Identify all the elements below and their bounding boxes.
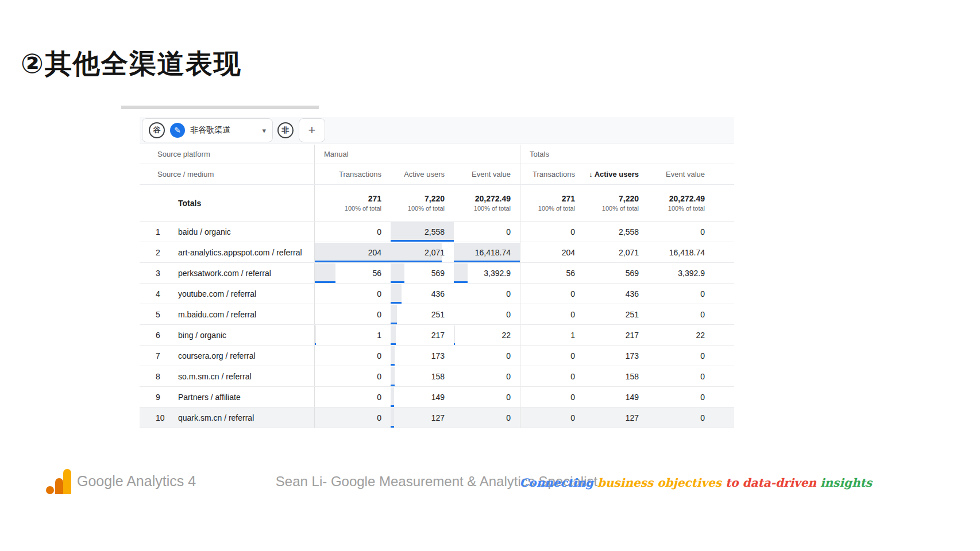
col-manual-event-value[interactable]: Event value	[454, 164, 520, 184]
metric-cell: 0	[648, 408, 714, 428]
metric-cell: 217	[391, 325, 454, 345]
table-row: 10quark.sm.cn / referral0127001270	[140, 408, 734, 428]
source-medium: art-analytics.appspot.com / referral	[173, 242, 314, 262]
source-medium: coursera.org / referral	[173, 346, 314, 366]
metric-value: 0	[506, 351, 511, 360]
totals-cell: 7,220 100% of total	[584, 185, 648, 221]
metric-cell: 16,418.74	[648, 242, 714, 262]
metric-value: 204	[562, 248, 575, 257]
cell-bar	[315, 325, 316, 345]
totals-cell: 271 100% of total	[520, 185, 584, 221]
metric-value: 2,558	[619, 227, 639, 236]
col-manual-active-users[interactable]: Active users	[391, 164, 454, 184]
non-google-channel-tab-icon[interactable]: 非	[277, 122, 294, 138]
metric-cell: 0	[454, 366, 520, 386]
metric-value: 0	[700, 227, 705, 236]
metric-cell: 0	[314, 366, 391, 386]
table-row: 9Partners / affiliate0149001490	[140, 387, 734, 408]
col-totals-event-value[interactable]: Event value	[648, 164, 714, 184]
metric-value: 56	[566, 269, 575, 278]
metric-value: 569	[431, 269, 445, 278]
metric-cell: 1	[314, 325, 391, 345]
row-filler	[714, 304, 734, 324]
metric-value: 0	[700, 372, 705, 381]
col-manual-transactions[interactable]: Transactions	[314, 164, 391, 184]
group-filler	[714, 145, 734, 164]
metric-cell: 2,558	[391, 222, 454, 242]
edit-pencil-icon[interactable]: ✎	[170, 123, 185, 138]
metric-value: 0	[700, 351, 705, 360]
col-totals-active-users-sorted[interactable]: ↓ Active users	[584, 164, 648, 184]
metric-cell: 0	[648, 304, 714, 324]
metric-cell: 204	[520, 242, 584, 262]
metric-value: 2,558	[425, 227, 445, 236]
google-analytics-logo-icon	[46, 468, 72, 495]
metric-value: 251	[431, 310, 445, 319]
source-medium: quark.sm.cn / referral	[173, 408, 314, 428]
metric-value: 0	[506, 310, 511, 319]
row-number: 6	[140, 325, 173, 345]
metric-value: 22	[501, 331, 511, 340]
metric-value: 0	[700, 393, 705, 402]
metric-value: 0	[506, 372, 511, 381]
metric-cell: 0	[454, 284, 520, 304]
metric-value: 16,418.74	[669, 248, 705, 257]
tab-non-google-channels[interactable]: 谷 ✎ 非谷歌渠道 ▾	[142, 118, 273, 142]
metric-cell: 0	[454, 304, 520, 324]
metric-value: 173	[626, 351, 639, 360]
cell-bar	[454, 263, 468, 283]
metric-cell: 16,418.74	[454, 242, 520, 262]
totals-value: 7,220	[425, 194, 445, 203]
source-medium: so.m.sm.cn / referral	[173, 366, 314, 386]
add-tab-button[interactable]: +	[299, 118, 325, 142]
metric-value: 0	[377, 393, 381, 402]
metric-cell: 3,392.9	[648, 263, 714, 283]
metric-cell: 204	[314, 242, 391, 262]
metric-value: 0	[570, 227, 575, 236]
metric-value: 569	[626, 269, 639, 278]
metric-cell: 569	[391, 263, 454, 283]
metric-cell: 0	[648, 346, 714, 366]
row-filler	[714, 387, 734, 407]
metric-value: 0	[377, 413, 381, 422]
row-number: 2	[140, 242, 173, 262]
metric-value: 0	[570, 289, 575, 298]
source-medium: bing / organic	[173, 325, 314, 345]
tagline-segment: business objectives	[597, 476, 726, 490]
chevron-down-icon[interactable]: ▾	[262, 126, 266, 135]
group-totals: Totals	[520, 145, 714, 164]
sorted-column-label: Active users	[595, 170, 639, 179]
table-row: 7coursera.org / referral0173001730	[140, 346, 734, 366]
col-source-medium[interactable]: Source / medium	[140, 164, 314, 184]
table-row: 2art-analytics.appspot.com / referral204…	[140, 242, 734, 263]
metric-cell: 0	[648, 284, 714, 304]
totals-value: 271	[368, 194, 381, 203]
totals-subtext: 100% of total	[602, 205, 639, 212]
table-row: 3perksatwork.com / referral565693,392.95…	[140, 263, 734, 284]
metric-cell: 2,071	[584, 242, 648, 262]
cell-bar	[454, 325, 455, 345]
row-filler	[714, 346, 734, 366]
google-channel-tab-icon[interactable]: 谷	[149, 122, 165, 138]
metric-value: 0	[506, 227, 511, 236]
metric-cell: 127	[584, 408, 648, 428]
metric-value: 217	[431, 331, 445, 340]
metric-value: 0	[700, 310, 705, 319]
totals-cell: 7,220 100% of total	[391, 185, 454, 221]
metric-value: 0	[377, 227, 381, 236]
cell-bar	[391, 263, 404, 283]
metric-value: 0	[570, 413, 575, 422]
metric-cell: 127	[391, 408, 454, 428]
col-totals-transactions[interactable]: Transactions	[520, 164, 584, 184]
metric-cell: 0	[314, 346, 391, 366]
metric-cell: 0	[454, 408, 520, 428]
sort-arrow-icon: ↓	[589, 170, 593, 179]
metric-cell: 251	[391, 304, 454, 324]
metric-cell: 0	[314, 284, 391, 304]
group-source-platform: Source platform	[140, 145, 314, 164]
row-number: 10	[140, 408, 173, 428]
cell-bar	[391, 387, 394, 407]
row-number: 3	[140, 263, 173, 283]
metric-value: 0	[377, 310, 381, 319]
column-header-row: Source / medium Transactions Active user…	[140, 164, 734, 185]
